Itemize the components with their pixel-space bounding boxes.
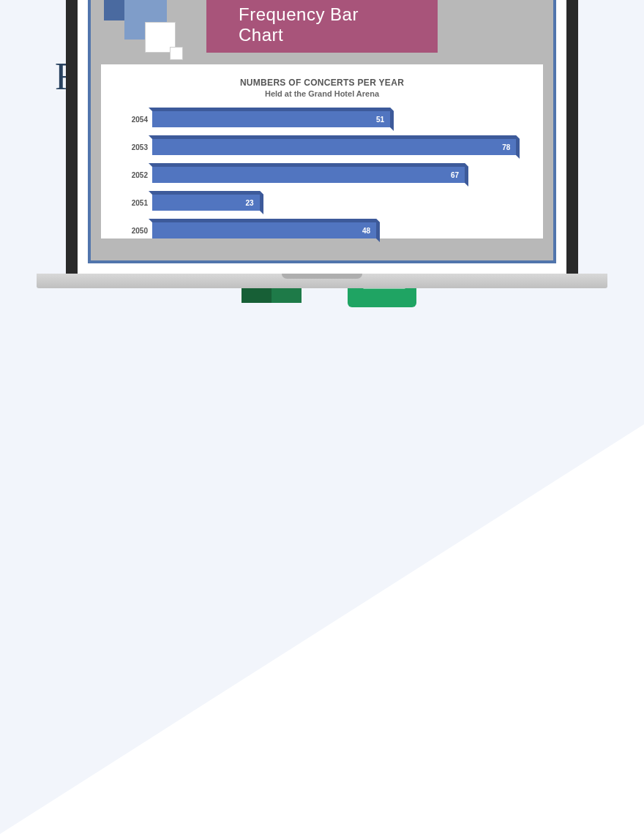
content-area: File Formats Available in Google Sheets … (0, 0, 644, 309)
laptop-screen: Frequency Bar Chart NUMBERS OF CONCERTS … (78, 0, 566, 274)
bar-category-label: 2052 (119, 171, 152, 179)
bar-value-label: 23 (246, 199, 254, 207)
laptop-bezel: Frequency Bar Chart NUMBERS OF CONCERTS … (66, 0, 578, 274)
bar-value-label: 51 (376, 116, 384, 124)
chart-title: NUMBERS OF CONCERTS PER YEAR (119, 78, 525, 88)
bar-category-label: 2054 (119, 116, 152, 124)
bar-value: 51 (152, 111, 390, 127)
bar-value-label: 78 (502, 143, 510, 151)
bar-track: 78 (152, 139, 525, 155)
deco-square-icon (170, 47, 183, 60)
bar-row: 205048 (119, 222, 525, 238)
chart-badge-title: Frequency Bar Chart (206, 0, 438, 53)
laptop-base (37, 274, 607, 288)
bar-value-label: 67 (451, 171, 459, 179)
bar-track: 48 (152, 222, 525, 238)
bar-value-label: 48 (362, 227, 370, 235)
background-triangle (0, 424, 644, 834)
bar-row: 205123 (119, 195, 525, 211)
bar-row: 205451 (119, 111, 525, 127)
laptop-mockup: Frequency Bar Chart NUMBERS OF CONCERTS … (66, 0, 578, 288)
bar-row: 205378 (119, 139, 525, 155)
bar-row: 205267 (119, 167, 525, 183)
bar-value: 67 (152, 167, 465, 183)
bar-track: 51 (152, 111, 525, 127)
bar-value: 23 (152, 195, 260, 211)
bar-chart-area: 205451205378205267205123205048 (119, 111, 525, 238)
page-root: File Formats Available in Google Sheets … (0, 0, 644, 834)
bar-category-label: 2050 (119, 227, 152, 235)
bar-value: 48 (152, 222, 376, 238)
bar-track: 67 (152, 167, 525, 183)
chart-document: Frequency Bar Chart NUMBERS OF CONCERTS … (88, 0, 556, 263)
bar-category-label: 2053 (119, 143, 152, 151)
chart-subtitle: Held at the Grand Hotel Arena (119, 89, 525, 98)
bar-category-label: 2051 (119, 199, 152, 207)
chart-panel: NUMBERS OF CONCERTS PER YEAR Held at the… (101, 64, 543, 238)
bar-value: 78 (152, 139, 516, 155)
bar-track: 23 (152, 195, 525, 211)
